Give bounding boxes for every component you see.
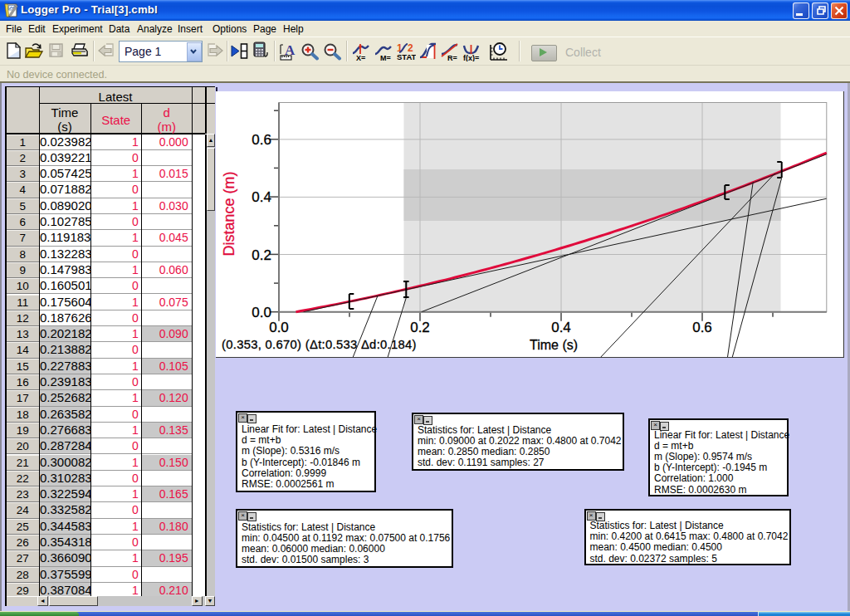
svg-text:STAT: STAT xyxy=(397,52,416,61)
svg-text:M=: M= xyxy=(380,54,391,61)
svg-text:f(x)=: f(x)= xyxy=(463,54,479,61)
svg-text:Time (s): Time (s) xyxy=(529,337,577,351)
svg-text:(0.353, 0.670) (Δt:0.533 Δd:0.: (0.353, 0.670) (Δt:0.533 Δd:0.184) xyxy=(222,337,417,350)
svg-text:0.4: 0.4 xyxy=(551,320,571,335)
svg-text:X=: X= xyxy=(356,54,365,61)
svg-text:0.2: 0.2 xyxy=(410,320,430,335)
svg-text:0.6: 0.6 xyxy=(692,320,712,335)
svg-text:0.2: 0.2 xyxy=(252,247,271,262)
svg-text:0.0: 0.0 xyxy=(269,320,289,335)
svg-text:0.6: 0.6 xyxy=(252,131,271,147)
svg-text:0.4: 0.4 xyxy=(252,189,271,205)
svg-text:0.0: 0.0 xyxy=(252,304,271,320)
svg-text:Distance (m): Distance (m) xyxy=(220,171,237,256)
svg-text:R=: R= xyxy=(447,54,457,61)
